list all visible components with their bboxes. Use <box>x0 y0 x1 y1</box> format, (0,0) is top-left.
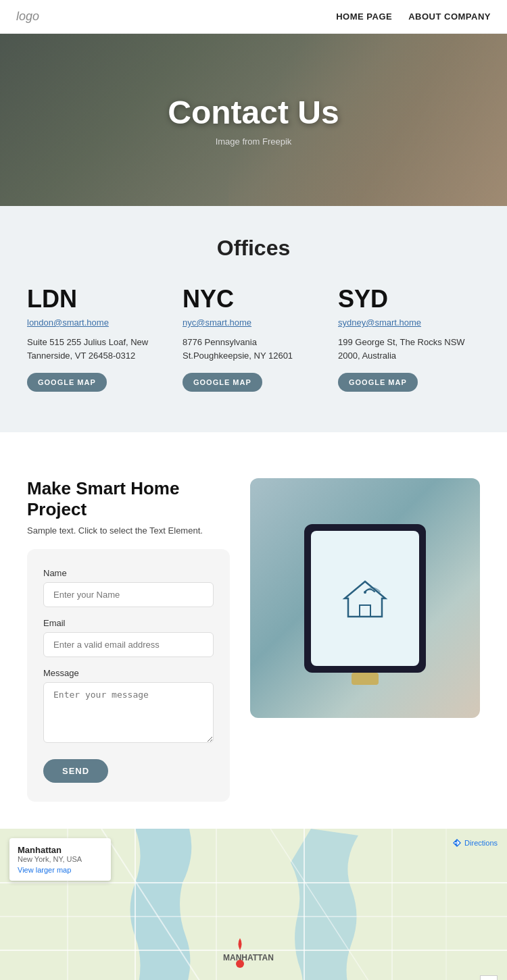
office-email-ldn[interactable]: london@smart.home <box>27 317 169 328</box>
office-address-ldn: Suite 515 255 Julius Loaf, New Tannersid… <box>27 336 169 362</box>
hero-section: Contact Us Image from Freepik <box>0 34 507 206</box>
send-button[interactable]: SEND <box>43 759 108 783</box>
form-left: Make Smart Home Project Sample text. Cli… <box>27 478 230 802</box>
svg-point-21 <box>236 960 244 968</box>
svg-point-1 <box>364 591 366 594</box>
form-title: Make Smart Home Project <box>27 478 230 520</box>
google-map-btn-nyc[interactable]: GOOGLE MAP <box>183 373 262 392</box>
svg-text:MANHATTAN: MANHATTAN <box>223 953 274 962</box>
hero-title: Contact Us <box>168 94 339 131</box>
office-email-nyc[interactable]: nyc@smart.home <box>183 317 324 328</box>
name-input[interactable] <box>43 582 214 607</box>
office-card-syd: SYD sydney@smart.home 199 George St, The… <box>338 285 480 392</box>
nav-home-page[interactable]: HOME PAGE <box>336 11 392 22</box>
office-address-syd: 199 George St, The Rocks NSW 2000, Austr… <box>338 336 480 362</box>
logo: logo <box>16 9 39 24</box>
office-city-ldn: LDN <box>27 285 169 313</box>
message-label: Message <box>43 668 214 678</box>
message-input[interactable] <box>43 682 214 743</box>
office-address-nyc: 8776 Pennsylvania St.Poughkeepsie, NY 12… <box>183 336 324 362</box>
message-field-group: Message <box>43 668 214 746</box>
zoom-in-button[interactable]: + <box>480 975 498 980</box>
office-email-syd[interactable]: sydney@smart.home <box>338 317 480 328</box>
google-map-btn-ldn[interactable]: GOOGLE MAP <box>27 373 107 392</box>
email-input[interactable] <box>43 632 214 657</box>
offices-title: Offices <box>27 236 480 261</box>
hero-subtitle: Image from Freepik <box>216 136 292 147</box>
map-background: MANHATTAN New York QUEENS BROOKLYN Newar… <box>0 829 507 980</box>
form-section: Make Smart Home Project Sample text. Cli… <box>0 465 507 829</box>
office-city-nyc: NYC <box>183 285 324 313</box>
form-description: Sample text. Click to select the Text El… <box>27 525 230 536</box>
map-location-sub: New York, NY, USA <box>18 855 103 863</box>
email-label: Email <box>43 618 214 628</box>
nav-about-company[interactable]: ABOUT COMPANY <box>408 11 491 22</box>
map-section[interactable]: MANHATTAN New York QUEENS BROOKLYN Newar… <box>0 829 507 980</box>
email-field-group: Email <box>43 618 214 657</box>
nav-links: HOME PAGE ABOUT COMPANY <box>336 11 491 22</box>
office-city-syd: SYD <box>338 285 480 313</box>
offices-grid: LDN london@smart.home Suite 515 255 Juli… <box>27 285 480 392</box>
office-card-nyc: NYC nyc@smart.home 8776 Pennsylvania St.… <box>183 285 324 392</box>
smart-home-icon <box>335 568 395 629</box>
map-info-box: Manhattan New York, NY, USA View larger … <box>9 838 111 881</box>
directions-icon <box>452 838 462 848</box>
google-map-btn-syd[interactable]: GOOGLE MAP <box>338 373 418 392</box>
map-zoom-controls: + − <box>480 975 498 980</box>
form-image <box>250 478 480 718</box>
spacer <box>0 432 507 465</box>
map-directions[interactable]: Directions <box>452 838 498 848</box>
tablet-stand <box>352 673 379 685</box>
directions-label: Directions <box>464 839 498 847</box>
name-field-group: Name <box>43 568 214 607</box>
name-label: Name <box>43 568 214 578</box>
map-larger-link[interactable]: View larger map <box>18 866 103 874</box>
tablet-screen <box>311 531 419 666</box>
offices-section: Offices LDN london@smart.home Suite 515 … <box>0 206 507 432</box>
office-card-ldn: LDN london@smart.home Suite 515 255 Juli… <box>27 285 169 392</box>
form-card: Name Email Message SEND <box>27 549 230 802</box>
map-location-title: Manhattan <box>18 845 103 855</box>
tablet-illustration <box>304 524 426 673</box>
navbar: logo HOME PAGE ABOUT COMPANY <box>0 0 507 34</box>
svg-rect-0 <box>360 605 370 617</box>
